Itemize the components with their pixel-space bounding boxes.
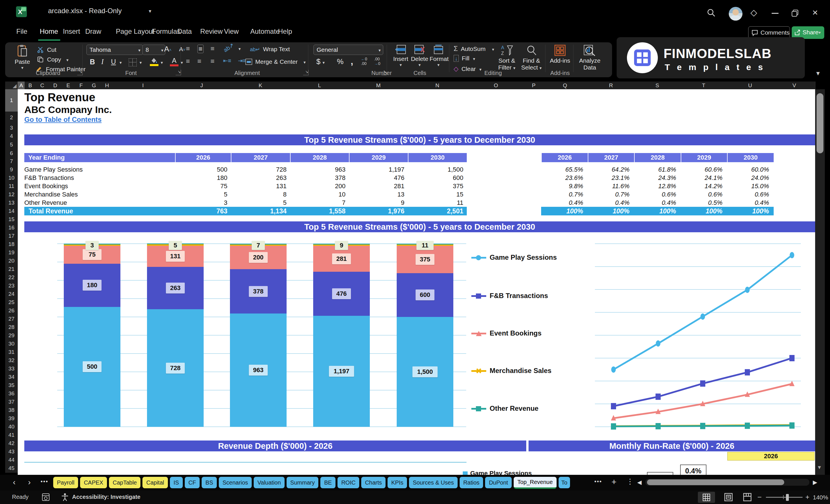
zoom-in-button[interactable]: + <box>805 493 809 501</box>
delete-cells-button[interactable]: Delete ▾ <box>411 44 428 67</box>
accessibility-status[interactable]: Accessibility: Investigate <box>72 494 140 500</box>
menu-tab-formulas[interactable]: Formulas <box>152 28 181 35</box>
row-header-27[interactable]: 27 <box>5 315 18 323</box>
close-button[interactable]: × <box>812 7 818 18</box>
row-header-37[interactable]: 37 <box>5 398 18 406</box>
sheet-tab-valuation[interactable]: Valuation <box>254 477 285 488</box>
tabbar-kebab-icon[interactable]: ⋮ <box>626 477 634 486</box>
menu-tab-file[interactable]: File <box>16 28 28 35</box>
row-header-34[interactable]: 34 <box>5 373 18 381</box>
macro-record-icon[interactable] <box>42 493 50 501</box>
sheet-tab-charts[interactable]: Charts <box>361 477 386 488</box>
view-page-break-icon[interactable] <box>743 493 752 501</box>
zoom-slider-thumb[interactable] <box>786 494 789 501</box>
column-header-A[interactable]: A <box>18 82 25 89</box>
sheet-tab-capital[interactable]: Capital <box>142 477 168 488</box>
row-header-2[interactable]: 2 <box>5 112 18 124</box>
increase-indent-button[interactable]: ⇥≡ <box>238 57 246 64</box>
column-header-V[interactable]: V <box>773 82 816 89</box>
sheet-tab-sources-uses[interactable]: Sources & Uses <box>409 477 457 488</box>
menu-tab-data[interactable]: Data <box>177 28 192 35</box>
align-center-button[interactable]: ≡ <box>197 57 201 65</box>
menu-tab-automate[interactable]: Automate <box>250 28 280 35</box>
collapse-ribbon-icon[interactable]: ▾ <box>816 69 820 77</box>
more-sheets-button[interactable]: ••• <box>594 478 602 485</box>
orientation-button[interactable]: ab↗ <box>222 41 235 54</box>
sheet-tab-kpis[interactable]: KPIs <box>387 477 407 488</box>
format-cells-button[interactable]: Format ▾ <box>429 44 447 67</box>
document-title[interactable]: arcade.xlsx - Read-Only <box>48 7 122 15</box>
underline-dropdown-icon[interactable]: ▾ <box>120 60 122 65</box>
column-header-L[interactable]: L <box>290 82 349 89</box>
decrease-indent-button[interactable]: ⇤≡ <box>223 57 231 64</box>
row-header-3[interactable]: 3 <box>5 124 18 132</box>
sheet-tab-scenarios[interactable]: Scenarios <box>219 477 252 488</box>
sheet-tab-summary[interactable]: Summary <box>287 477 319 488</box>
sheet-tab-roic[interactable]: ROIC <box>338 477 359 488</box>
row-header-11[interactable]: 11 <box>5 182 18 190</box>
column-header-M[interactable]: M <box>349 82 408 89</box>
row-header-36[interactable]: 36 <box>5 389 18 398</box>
number-format-select[interactable]: General ▾ <box>314 44 383 55</box>
zoom-out-button[interactable]: − <box>757 493 762 502</box>
search-icon[interactable] <box>706 8 716 18</box>
orientation-dropdown-icon[interactable]: ▾ <box>238 46 241 52</box>
menu-tab-view[interactable]: View <box>224 28 239 35</box>
autosum-button[interactable]: Σ AutoSum ▾ <box>454 44 494 53</box>
row-header-25[interactable]: 25 <box>5 298 18 307</box>
row-header-41[interactable]: 41 <box>5 431 18 439</box>
merge-center-button[interactable]: Merge & Center ▾ <box>246 58 306 65</box>
font-color-dropdown-icon[interactable]: ▾ <box>181 60 183 65</box>
sheet-tab-cf[interactable]: CF <box>185 477 200 488</box>
row-header-7[interactable]: 7 <box>5 157 18 166</box>
grow-font-button[interactable]: A˄ <box>164 44 171 54</box>
row-header-10[interactable]: 10 <box>5 174 18 182</box>
font-size-select[interactable]: 8 ▾ <box>142 44 165 55</box>
row-header-31[interactable]: 31 <box>5 348 18 356</box>
column-header-O[interactable]: O <box>467 82 525 89</box>
number-dialog-launcher[interactable]: ↘ <box>382 70 387 75</box>
row-header-24[interactable]: 24 <box>5 290 18 298</box>
align-bottom-button[interactable]: ≡ <box>211 44 215 53</box>
row-header-42[interactable]: 42 <box>5 439 18 448</box>
minimize-button[interactable] <box>772 13 778 14</box>
row-header-43[interactable]: 43 <box>5 447 18 456</box>
runrate-year-cell[interactable]: 2026 <box>727 452 815 461</box>
column-header-C[interactable]: C <box>36 82 49 89</box>
sheet-tab-payroll[interactable]: Payroll <box>53 477 78 488</box>
row-header-20[interactable]: 20 <box>5 257 18 265</box>
row-header-6[interactable]: 6 <box>5 149 18 157</box>
hscroll-track[interactable] <box>645 479 809 486</box>
hscroll-left-arrow[interactable]: ◀ <box>637 479 641 486</box>
row-header-16[interactable]: 16 <box>5 223 18 232</box>
menu-tab-help[interactable]: Help <box>278 28 292 35</box>
column-header-K[interactable]: K <box>231 82 290 89</box>
sheet-tab-be[interactable]: BE <box>320 477 336 488</box>
row-header-45[interactable]: 45 <box>5 464 18 473</box>
column-header-B[interactable]: B <box>25 82 36 89</box>
row-header-17[interactable]: 17 <box>5 232 18 240</box>
view-normal-button[interactable] <box>698 492 715 503</box>
row-header-30[interactable]: 30 <box>5 340 18 348</box>
view-page-layout-icon[interactable] <box>724 493 733 501</box>
column-header-Q[interactable]: Q <box>542 82 588 89</box>
row-header-28[interactable]: 28 <box>5 323 18 332</box>
column-header-H[interactable]: H <box>100 82 114 89</box>
row-header-44[interactable]: 44 <box>5 456 18 464</box>
wrap-text-button[interactable]: ab↵ Wrap Text <box>250 46 290 53</box>
vscroll-thumb[interactable] <box>817 93 823 153</box>
column-header-N[interactable]: N <box>408 82 467 89</box>
align-middle-button[interactable]: ≡ <box>197 44 204 53</box>
italic-button[interactable]: I <box>101 58 103 66</box>
sheet-tab-to[interactable]: To <box>558 477 570 488</box>
tab-list-button[interactable]: ••• <box>41 478 48 485</box>
sheet-tab-is[interactable]: IS <box>170 477 183 488</box>
bold-button[interactable]: B <box>90 58 95 66</box>
increase-decimal-button[interactable]: ←0.00 <box>361 57 367 66</box>
hscroll-thumb[interactable] <box>647 479 784 485</box>
row-header-14[interactable]: 14 <box>5 207 18 215</box>
column-header-F[interactable]: F <box>75 82 88 89</box>
column-header-J[interactable]: J <box>172 82 231 89</box>
column-header-S[interactable]: S <box>634 82 681 89</box>
align-top-button[interactable]: ≡ <box>186 44 190 53</box>
